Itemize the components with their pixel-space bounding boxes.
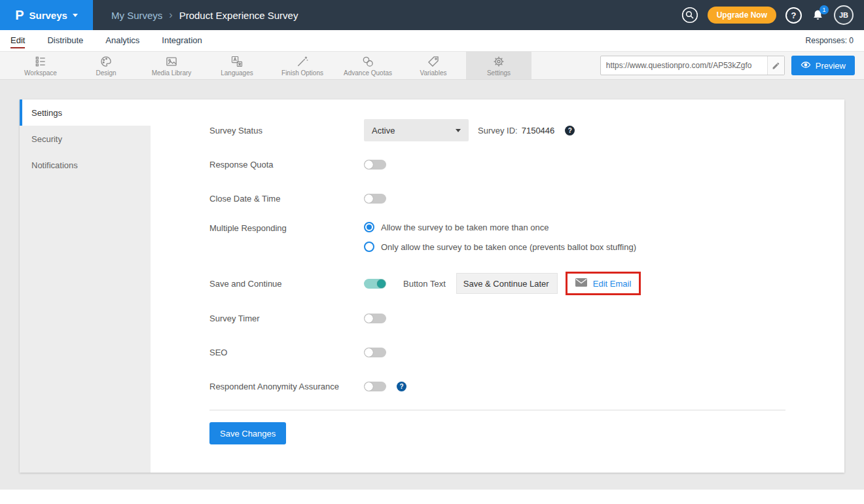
breadcrumb-separator-icon: ›: [169, 9, 172, 21]
save-and-continue-toggle[interactable]: [364, 279, 386, 289]
variables-icon: [427, 55, 440, 68]
setting-row-anonymity: Respondent Anonymity Assurance ?: [209, 376, 785, 397]
edit-toolbar: Workspace Design Media Library: [0, 51, 864, 80]
radio-option-multiple[interactable]: Allow the survey to be taken more than o…: [364, 222, 636, 232]
sidebar-item-security[interactable]: Security: [20, 126, 151, 152]
header-actions: Upgrade Now ? 1 JB: [681, 5, 864, 25]
anonymity-toggle[interactable]: [364, 382, 386, 391]
settings-card: Settings Security Notifications Survey S…: [20, 99, 844, 473]
tab-analytics[interactable]: Analytics: [105, 31, 139, 51]
toolbar-item-label: Advance Quotas: [344, 69, 392, 77]
edit-url-pencil-icon[interactable]: [767, 56, 784, 75]
main-area: Settings Security Notifications Survey S…: [0, 80, 864, 490]
design-icon: [99, 55, 113, 68]
responses-count: Responses: 0: [806, 36, 854, 45]
anonymity-help-icon[interactable]: ?: [397, 382, 406, 391]
toolbar-right: Preview: [600, 52, 864, 79]
breadcrumb: My Surveys › Product Experience Survey: [111, 9, 298, 21]
survey-url-field: [600, 56, 785, 75]
button-text-label: Button Text: [403, 279, 446, 289]
setting-row-close-date: Close Date & Time: [209, 188, 785, 209]
survey-status-value: Active: [372, 126, 395, 135]
settings-content: Survey Status Active Survey ID: 7150446 …: [151, 99, 844, 473]
survey-id-help-icon[interactable]: ?: [565, 126, 575, 135]
help-icon[interactable]: ?: [785, 7, 802, 24]
survey-timer-toggle[interactable]: [364, 314, 386, 323]
footer-strip: [0, 490, 864, 504]
seo-toggle[interactable]: [364, 348, 386, 357]
toolbar-item-label: Finish Options: [281, 69, 323, 77]
edit-email-label: Edit Email: [593, 279, 632, 289]
toolbar-item-label: Settings: [487, 69, 511, 77]
toolbar-item-label: Workspace: [24, 69, 57, 77]
top-header: P Surveys My Surveys › Product Experienc…: [0, 0, 864, 30]
toolbar-item-label: Variables: [420, 69, 447, 77]
radio-option-label: Only allow the survey to be taken once (…: [381, 242, 636, 252]
notifications-bell-icon[interactable]: 1: [811, 9, 825, 22]
survey-id-group: Survey ID: 7150446: [478, 126, 554, 135]
workspace-icon: [34, 55, 47, 68]
toolbar-item-settings[interactable]: Settings: [466, 52, 531, 79]
response-quota-label: Response Quota: [209, 160, 364, 170]
toolbar-item-label: Languages: [221, 69, 253, 77]
close-date-label: Close Date & Time: [209, 194, 364, 204]
eye-icon: [801, 61, 811, 71]
radio-option-label: Allow the survey to be taken more than o…: [381, 223, 549, 232]
email-envelope-icon: [575, 278, 587, 289]
sidebar-item-notifications[interactable]: Notifications: [20, 152, 151, 178]
toolbar-item-languages[interactable]: Languages: [204, 52, 270, 79]
settings-gear-icon: [492, 55, 505, 68]
app-logo-surveys-menu[interactable]: P Surveys: [0, 0, 93, 30]
toolbar-item-finish-options[interactable]: Finish Options: [270, 52, 335, 79]
setting-row-multiple-responding: Multiple Responding Allow the survey to …: [209, 222, 785, 252]
save-and-continue-label: Save and Continue: [209, 279, 364, 289]
survey-timer-label: Survey Timer: [209, 314, 364, 323]
preview-button[interactable]: Preview: [791, 56, 855, 75]
annotation-highlight-box: Edit Email: [566, 272, 641, 295]
upgrade-now-button[interactable]: Upgrade Now: [708, 7, 776, 24]
response-quota-toggle[interactable]: [364, 160, 386, 170]
breadcrumb-survey-title: Product Experience Survey: [179, 10, 298, 21]
tab-edit[interactable]: Edit: [10, 31, 25, 51]
tab-distribute[interactable]: Distribute: [47, 31, 83, 51]
setting-row-seo: SEO: [209, 342, 785, 363]
setting-row-save-and-continue: Save and Continue Button Text Edit Email: [209, 272, 785, 295]
section-tabs: Edit Distribute Analytics Integration Re…: [0, 30, 864, 51]
user-avatar[interactable]: JB: [834, 5, 854, 25]
questionpro-logo-icon: P: [15, 8, 24, 23]
close-date-toggle[interactable]: [364, 194, 386, 204]
survey-status-dropdown[interactable]: Active: [364, 119, 469, 141]
toolbar-item-label: Design: [96, 69, 116, 77]
media-library-icon: [165, 55, 178, 68]
toolbar-item-media-library[interactable]: Media Library: [139, 52, 204, 79]
chevron-down-icon: [73, 14, 78, 17]
toolbar-item-design[interactable]: Design: [73, 52, 139, 79]
content-divider: [209, 410, 785, 410]
radio-unselected-icon[interactable]: [364, 242, 374, 252]
advance-quotas-icon: [361, 55, 374, 68]
sidebar-item-settings[interactable]: Settings: [20, 99, 151, 126]
radio-selected-icon[interactable]: [364, 222, 374, 232]
toolbar-item-advance-quotas[interactable]: Advance Quotas: [335, 52, 401, 79]
toolbar-item-workspace[interactable]: Workspace: [8, 52, 73, 79]
edit-email-link[interactable]: Edit Email: [575, 278, 632, 289]
multiple-responding-label: Multiple Responding: [209, 222, 364, 233]
tab-integration[interactable]: Integration: [162, 31, 202, 51]
settings-sidebar: Settings Security Notifications: [20, 99, 151, 473]
chevron-down-icon: [456, 129, 461, 132]
save-changes-button[interactable]: Save Changes: [209, 422, 286, 444]
survey-status-label: Survey Status: [209, 126, 364, 135]
anonymity-label: Respondent Anonymity Assurance: [209, 382, 364, 391]
seo-label: SEO: [209, 348, 364, 357]
survey-url-input[interactable]: [601, 61, 767, 70]
breadcrumb-my-surveys[interactable]: My Surveys: [111, 10, 162, 21]
setting-row-response-quota: Response Quota: [209, 154, 785, 175]
search-icon[interactable]: [681, 7, 698, 24]
languages-icon: [230, 55, 243, 68]
button-text-input[interactable]: [456, 273, 558, 294]
preview-button-label: Preview: [816, 61, 846, 71]
product-label: Surveys: [29, 10, 67, 21]
finish-options-icon: [296, 55, 309, 68]
toolbar-item-variables[interactable]: Variables: [401, 52, 466, 79]
radio-option-once[interactable]: Only allow the survey to be taken once (…: [364, 242, 636, 252]
